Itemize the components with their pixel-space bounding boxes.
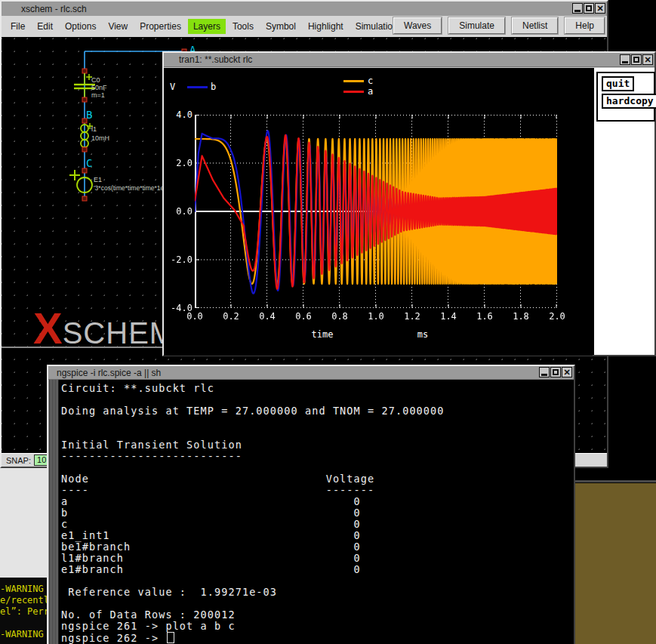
- pin-l1-bottom: [82, 147, 87, 152]
- xschem-window-title: xschem - rlc.sch: [21, 4, 87, 14]
- capacitor-ref: C0: [91, 76, 100, 84]
- x-tick-label: 0.8: [325, 311, 355, 322]
- plot-control-panel: quit hardcopy: [593, 68, 654, 355]
- terminal-line: Initial Transient Solution: [61, 439, 574, 451]
- plot-button-box: quit hardcopy: [596, 72, 655, 122]
- menu-highlight[interactable]: Highlight: [303, 19, 349, 34]
- terminal-line: e1#branch 0: [61, 564, 574, 575]
- x-axis-label: time: [292, 329, 353, 340]
- legend-dash-b: [187, 86, 208, 88]
- menu-symbol[interactable]: Symbol: [260, 19, 301, 34]
- x-tick-label: 1.2: [397, 311, 427, 322]
- xschem-menubar: FileEditOptionsViewPropertiesLayersTools…: [2, 16, 607, 38]
- terminal-titlebar[interactable]: ngspice -i rlc.spice -a || sh ✕: [48, 366, 574, 380]
- pin-c0-top: [82, 69, 87, 73]
- terminal-scrollbar[interactable]: [48, 380, 58, 644]
- legend-dash-c: [343, 80, 364, 82]
- pin-c0-bottom: [82, 97, 87, 102]
- background-white-window: [0, 468, 51, 578]
- menu-file[interactable]: File: [5, 19, 30, 34]
- terminal-line: be1#branch 0: [61, 541, 574, 553]
- minimize-icon[interactable]: [539, 367, 550, 377]
- inductor-value: 10mH: [91, 134, 109, 142]
- terminal-line: [61, 394, 574, 405]
- x-tick-label: 0.2: [216, 311, 246, 322]
- terminal-cursor: [167, 632, 174, 643]
- x-tick-label: 1.4: [433, 311, 464, 322]
- xschem-titlebar[interactable]: xschem - rlc.sch ✕: [2, 2, 607, 17]
- waves-button[interactable]: Waves: [393, 17, 442, 34]
- y-axis-unit: V: [170, 82, 175, 92]
- close-icon[interactable]: ✕: [562, 367, 572, 377]
- pin-c: [82, 168, 87, 173]
- close-icon[interactable]: ✕: [595, 3, 605, 14]
- menu-options[interactable]: Options: [60, 19, 101, 34]
- warning-line: e/recently: [0, 595, 50, 606]
- x-tick-label: 0.6: [288, 311, 319, 322]
- terminal-line: ---- -------: [61, 485, 574, 496]
- waveform-canvas: [195, 115, 557, 308]
- warning-line: -WARNING: [0, 584, 50, 595]
- capacitor-value: 50nF: [91, 84, 107, 91]
- terminal-line: [61, 428, 574, 439]
- maximize-icon[interactable]: [584, 3, 594, 14]
- logo-x-glyph: X: [33, 304, 63, 353]
- ngspice-terminal-window: ngspice -i rlc.spice -a || sh ✕ Circuit:…: [47, 365, 575, 644]
- terminal-line: Reference value : 1.99271e-03: [61, 587, 574, 598]
- terminal-line: [61, 598, 574, 609]
- x-axis-unit: ms: [393, 329, 453, 340]
- minimize-icon[interactable]: [572, 3, 583, 14]
- x-tick-label: 0.4: [252, 311, 282, 322]
- warning-line: el”: Perr: [0, 606, 50, 618]
- simulate-button[interactable]: Simulate: [448, 17, 505, 34]
- quit-button[interactable]: quit: [602, 76, 634, 91]
- x-tick-label: 2.0: [542, 311, 572, 322]
- tran1-plot-window: tran1: **.subckt rlc ✕ V bca 4.02.00.0-2…: [162, 51, 656, 356]
- tran1-window-title: tran1: **.subckt rlc: [179, 54, 252, 65]
- menu-edit[interactable]: Edit: [32, 19, 58, 34]
- y-tick-label: 4.0: [165, 109, 192, 120]
- legend-label-a: a: [368, 86, 373, 97]
- hardcopy-button[interactable]: hardcopy: [602, 94, 656, 109]
- xschem-logo: XSCHEM: [33, 303, 175, 353]
- capacitor-extra: m=1: [91, 91, 105, 99]
- close-icon[interactable]: ✕: [642, 54, 653, 65]
- legend-dash-a: [343, 91, 364, 93]
- terminal-prompt[interactable]: ngspice 262 ->: [61, 632, 574, 644]
- terminal-line: [61, 462, 574, 473]
- source-ref: E1: [94, 176, 102, 183]
- tran1-titlebar[interactable]: tran1: **.subckt rlc ✕: [164, 53, 654, 67]
- minimize-icon[interactable]: [620, 54, 630, 65]
- maximize-icon[interactable]: [550, 367, 561, 377]
- menu-properties[interactable]: Properties: [134, 19, 186, 34]
- x-tick-label: 1.6: [470, 311, 500, 322]
- terminal-content: Circuit: **.subckt rlc Doing analysis at…: [48, 380, 574, 644]
- y-tick-label: 2.0: [165, 158, 192, 168]
- x-tick-label: 1.0: [361, 311, 391, 322]
- maximize-icon[interactable]: [631, 54, 642, 65]
- terminal-line: b 0: [61, 507, 574, 519]
- menu-tools[interactable]: Tools: [227, 19, 259, 34]
- terminal-line: e1_int1 0: [61, 530, 574, 541]
- terminal-window-title: ngspice -i rlc.spice -a || sh: [57, 368, 161, 378]
- menu-view[interactable]: View: [103, 19, 133, 34]
- terminal-line: ngspice 261 -> plot a b c: [61, 621, 574, 632]
- waveform-plot: V bca 4.02.00.0-2.0-4.00.00.20.40.60.81.…: [164, 68, 593, 356]
- y-tick-label: -2.0: [165, 254, 192, 265]
- menu-layers[interactable]: Layers: [188, 19, 226, 34]
- terminal-line: a 0: [61, 496, 574, 507]
- terminal-line: l1#branch 0: [61, 553, 574, 564]
- legend-label-c: c: [368, 75, 373, 86]
- warning-line: -WARNING: [0, 629, 50, 640]
- y-tick-label: 0.0: [165, 206, 192, 217]
- terminal-line: --------------------------: [61, 451, 574, 462]
- pin-b: [82, 119, 87, 123]
- help-button[interactable]: Help: [565, 17, 605, 34]
- terminal-line: Node Voltage: [61, 473, 574, 485]
- x-tick-label: 1.8: [506, 311, 536, 322]
- netlist-button[interactable]: Netlist: [512, 17, 558, 34]
- terminal-line: No. of Data Rows : 200012: [61, 609, 574, 621]
- inductor-ref: l1: [91, 125, 97, 133]
- legend-label-b: b: [211, 82, 216, 92]
- terminal-line: Circuit: **.subckt rlc: [61, 383, 574, 394]
